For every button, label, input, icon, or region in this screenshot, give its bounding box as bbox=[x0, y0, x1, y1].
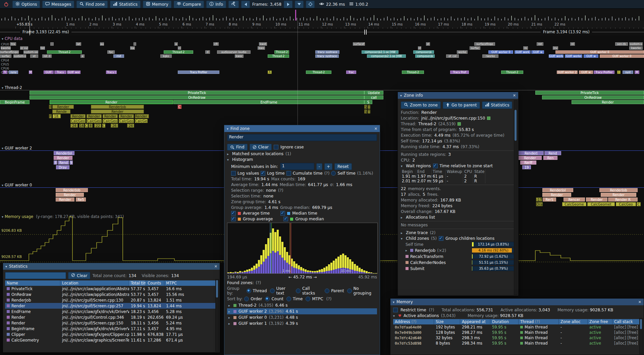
call-stack-alloc[interactable]: [alloc] bbox=[614, 336, 626, 340]
found-zone-group[interactable]: ▸Thread-2(4,105)6.46 s bbox=[227, 302, 377, 308]
frame-time-bar[interactable] bbox=[102, 15, 103, 20]
frame-time-bar[interactable] bbox=[109, 18, 109, 20]
frame-time-bar[interactable] bbox=[313, 19, 314, 20]
frame-time-bar[interactable] bbox=[253, 19, 254, 20]
frame-time-bar[interactable] bbox=[504, 17, 505, 20]
frame-time-bar[interactable] bbox=[182, 17, 183, 20]
cpu-zone[interactable]: ot_col bbox=[446, 54, 459, 58]
frame-time-bar[interactable] bbox=[209, 17, 210, 20]
frame-time-bar[interactable] bbox=[229, 18, 230, 20]
frame-time-bar[interactable] bbox=[95, 17, 96, 20]
chevron-right-icon[interactable]: ▸ bbox=[227, 152, 229, 156]
frame-time-bar[interactable] bbox=[444, 17, 445, 20]
timeline-zone[interactable]: F bbox=[49, 114, 52, 118]
cpu-zone[interactable] bbox=[50, 42, 54, 46]
matched-source-locations[interactable]: ▸Matched source locations(1) bbox=[227, 151, 377, 156]
statistics-button[interactable]: Statistics bbox=[482, 101, 513, 109]
frame-time-bar[interactable] bbox=[468, 18, 468, 20]
frame-time-bar[interactable] bbox=[578, 17, 579, 20]
frame-time-bar[interactable] bbox=[186, 18, 186, 20]
timeline-zone[interactable]: CalcGeome bbox=[562, 202, 586, 206]
call-stack-free[interactable]: [free] bbox=[626, 336, 638, 340]
frame-time-bar[interactable] bbox=[411, 18, 411, 20]
timeline-zone[interactable]: CalcGeo bbox=[70, 119, 86, 123]
chevron-right-icon[interactable]: ▸ bbox=[228, 316, 230, 319]
child-zone-row[interactable]: ▸RenderJob(×2)4.16 ms (92.60%) bbox=[401, 248, 515, 253]
section-header[interactable]: ▾GUIF worker 0 bbox=[2, 183, 32, 187]
frame-time-bar[interactable] bbox=[15, 18, 15, 20]
cpu-zone[interactable]: Thread-2 bbox=[501, 71, 523, 74]
histogram-section-header[interactable]: ▾Histogram bbox=[227, 157, 377, 162]
frame-time-bar[interactable] bbox=[511, 16, 512, 20]
frame-time-bar[interactable] bbox=[179, 19, 180, 20]
find-zone-search-input[interactable]: Render bbox=[227, 134, 377, 141]
cpu-zone[interactable]: Thread-2 bbox=[402, 71, 424, 74]
frame-time-bar[interactable] bbox=[447, 18, 448, 20]
timeline-zone[interactable]: 8 bbox=[89, 124, 93, 128]
frame-time-bar[interactable] bbox=[307, 18, 307, 20]
cpu-zone[interactable]: Tracy | bbox=[106, 71, 117, 74]
frame-time-bar[interactable] bbox=[266, 18, 267, 20]
cpu-zone[interactable]: GUIF w bbox=[531, 50, 544, 54]
child-zone-row[interactable]: Submit35.63 µs (0.79%) bbox=[401, 266, 515, 271]
frame-time-bar[interactable] bbox=[283, 17, 284, 20]
cpu-zone[interactable]: lat bbox=[76, 42, 81, 46]
table-row[interactable]: Renderjni/../jni/src/guif/Screen.cpp:257… bbox=[5, 303, 218, 309]
timeline-zone[interactable]: OnRedraw bbox=[30, 95, 364, 99]
frame-time-bar[interactable] bbox=[515, 18, 515, 20]
column-header[interactable]: Appeared at bbox=[460, 319, 490, 324]
cpu-zone[interactable]: GUIF bbox=[44, 71, 54, 74]
column-header[interactable]: Duration bbox=[490, 319, 519, 324]
current-frame-marker[interactable] bbox=[295, 10, 296, 20]
frame-time-bar[interactable] bbox=[196, 19, 197, 20]
timeline-zone[interactable]: CalcGeomet bbox=[587, 202, 615, 206]
cpu-zone[interactable]: syst bbox=[623, 71, 633, 74]
frame-time-bar[interactable] bbox=[478, 16, 478, 20]
frame-time-bar[interactable] bbox=[320, 18, 321, 20]
frame-time-bar[interactable] bbox=[551, 18, 552, 20]
cpu-zone[interactable]: sen-ds bbox=[615, 42, 628, 46]
frame-time-bar[interactable] bbox=[125, 18, 126, 20]
appeared-cell[interactable]: 298.34 ms bbox=[460, 341, 490, 346]
cpu-zone[interactable]: tem bbox=[40, 46, 45, 50]
frame-time-bar[interactable] bbox=[364, 17, 364, 20]
cpu-zone[interactable]: Thread-2 bbox=[268, 54, 289, 58]
cpu-zone[interactable]: kwot bbox=[259, 42, 267, 46]
frame-time-bar[interactable] bbox=[300, 18, 301, 20]
frame-time-bar[interactable] bbox=[632, 17, 633, 20]
cpu-zone[interactable]: surfaceflinger bbox=[0, 50, 19, 54]
cpu-zone[interactable]: kw bbox=[130, 46, 135, 50]
frame-time-bar[interactable] bbox=[592, 18, 592, 20]
frame-time-bar[interactable] bbox=[21, 17, 22, 20]
cpu-zone[interactable]: system-serv bbox=[23, 50, 38, 54]
frame-time-bar[interactable] bbox=[481, 18, 482, 20]
frame-time-bar[interactable] bbox=[528, 18, 529, 20]
address-cell[interactable]: 0x7e049b3d00 bbox=[393, 330, 434, 335]
frame-time-bar[interactable] bbox=[115, 19, 116, 20]
timeline-zone[interactable]: 24 bbox=[127, 124, 134, 128]
cpu-zone[interactable]: Tracy bbox=[54, 71, 66, 74]
clear-button[interactable]: Clear bbox=[250, 144, 272, 150]
chevron-down-icon[interactable]: ▾ bbox=[2, 183, 3, 187]
child-zone-row[interactable]: RecalcTransform72.92 µs (1.62%) bbox=[401, 254, 515, 259]
frame-time-bar[interactable] bbox=[286, 18, 287, 20]
cpu-zone[interactable]: rworke bbox=[482, 54, 498, 58]
self-time-checkbox[interactable] bbox=[331, 171, 336, 176]
cpu-zone[interactable]: tracy_systrace bbox=[315, 50, 339, 54]
child-zone-time-bar[interactable]: 72.92 µs (1.62%) bbox=[472, 254, 515, 259]
relative-time-checkbox[interactable] bbox=[433, 164, 438, 168]
frame-time-bar[interactable] bbox=[488, 17, 488, 20]
frame-time-bar[interactable] bbox=[414, 19, 415, 20]
cpu-zone[interactable]: kwo bbox=[258, 46, 265, 50]
table-row[interactable]: 0x7dfc53d8988 bytes298.34 ms59.95 sMain … bbox=[393, 341, 641, 346]
cpu-zone[interactable]: A bbox=[268, 71, 272, 74]
found-zone-group[interactable]: ▸GUIF worker 2(3,296)4.61 s bbox=[227, 308, 377, 314]
timeline-zone[interactable]: Render bbox=[91, 109, 144, 114]
timeline-zone[interactable]: C bbox=[102, 124, 105, 128]
timeline-zone[interactable]: RenderJ bbox=[518, 151, 544, 155]
sort-by-radio[interactable] bbox=[286, 297, 291, 301]
frame-time-bar[interactable] bbox=[72, 17, 72, 20]
timeline-zone[interactable]: PrivateTick bbox=[535, 91, 644, 95]
address-cell[interactable]: 0x7dfaa64e00 bbox=[393, 325, 434, 330]
frame-time-bar[interactable] bbox=[474, 19, 475, 20]
